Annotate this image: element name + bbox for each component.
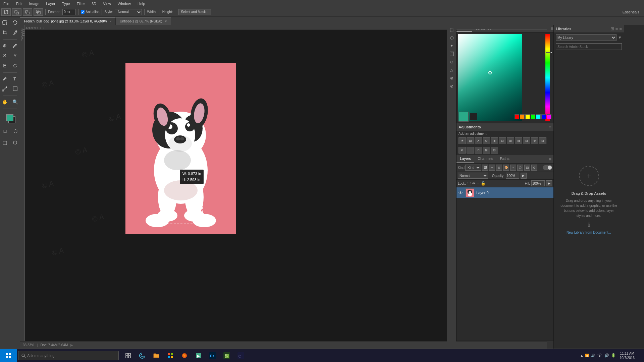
taskbar-app-1[interactable]: ▶ <box>192 349 205 362</box>
adjustments-header[interactable]: Adjustments ≡ <box>457 123 553 131</box>
tab-untitled[interactable]: Untitled-1 @ 66.7% (RGB/8) × <box>116 17 171 25</box>
layers-tab-paths[interactable]: Paths <box>497 155 513 163</box>
brush-tool[interactable] <box>10 41 20 50</box>
taskbar-search[interactable]: Ask me anything <box>18 351 119 360</box>
menu-filter[interactable]: Filter <box>73 1 88 6</box>
panel-icon-8[interactable]: ⊘ <box>448 82 455 90</box>
system-clock[interactable]: 11:11 AM 10/7/2016 <box>617 351 638 360</box>
foreground-color[interactable] <box>6 114 13 121</box>
blend-mode-select[interactable]: Normal Multiply Screen Overlay <box>458 173 488 179</box>
eyedropper-tool[interactable] <box>10 28 20 37</box>
panel-icon-7[interactable]: ⊗ <box>448 74 455 82</box>
firefox-btn[interactable] <box>178 349 191 362</box>
tab-close-1[interactable]: × <box>109 19 111 23</box>
tab-french-bull[interactable]: French_bull_dog_pone.jpg @ 33.3% (Layer … <box>20 17 116 25</box>
lock-image-pixels[interactable]: ✏ <box>472 181 476 186</box>
layer-filter-btn-8[interactable]: ⊙ <box>531 165 537 171</box>
layer-filter-btn-4[interactable]: 🎨 <box>503 165 509 171</box>
tray-icon-1[interactable]: 📶 <box>585 354 589 357</box>
color-panel-menu[interactable]: ≡ <box>551 26 553 31</box>
layers-tab-layers[interactable]: Layers <box>457 155 474 163</box>
style-select[interactable]: Normal Fixed Ratio Fixed Size <box>115 9 142 15</box>
foreground-swatch[interactable] <box>459 112 469 122</box>
adjustments-menu[interactable]: ≡ <box>549 124 551 130</box>
swatch-green[interactable] <box>531 114 535 119</box>
zoom-tool[interactable]: 🔍 <box>10 98 20 106</box>
libraries-grid-view[interactable]: ⊞ <box>610 26 614 31</box>
panel-icon-5[interactable]: ⊙ <box>448 58 455 66</box>
layer-filter-btn-3[interactable]: ⊕ <box>496 165 502 171</box>
taskbar-app-ps[interactable]: Ps <box>206 349 219 362</box>
quickmask-mode-btn[interactable]: ⬡ <box>10 127 20 135</box>
layer-filter-toggle[interactable] <box>543 165 552 170</box>
windows-store-btn[interactable] <box>164 349 177 362</box>
layer-thumbnail[interactable] <box>466 188 474 197</box>
extras-btn[interactable]: ⬡ <box>10 138 20 147</box>
hand-tool[interactable]: ✋ <box>0 98 10 106</box>
swatch-cyan[interactable] <box>536 114 541 119</box>
menu-type[interactable]: Type <box>59 1 73 6</box>
standard-mode-btn[interactable]: □ <box>0 127 10 135</box>
shape-tool[interactable] <box>10 84 20 93</box>
taskbar-app-3[interactable]: ⬡ <box>234 349 248 362</box>
background-swatch[interactable] <box>470 113 477 120</box>
layer-filter-btn-2[interactable]: ✏ <box>489 165 495 171</box>
layer-visibility-toggle[interactable]: 👁 <box>459 190 463 195</box>
lock-all[interactable]: 🔒 <box>481 181 486 186</box>
lasso-tool[interactable] <box>10 18 20 27</box>
photo-filter-adj[interactable]: ⊡ <box>523 137 530 144</box>
history-brush-tool[interactable]: Y <box>10 51 20 60</box>
anti-alias-checkbox[interactable] <box>81 10 85 14</box>
lock-transparent-pixels[interactable]: ⬚ <box>467 181 471 186</box>
swatch-blue[interactable] <box>541 114 546 119</box>
layer-filter-btn-6[interactable]: ⬡ <box>517 165 523 171</box>
library-search-input[interactable] <box>556 43 622 50</box>
select-mask-button[interactable]: Select and Mask... <box>178 9 211 15</box>
fill-arrow[interactable]: ▶ <box>546 180 552 186</box>
layer-filter-btn-1[interactable]: 🖼 <box>482 165 488 171</box>
menu-file[interactable]: File <box>0 1 13 6</box>
taskbar-app-2[interactable]: 💹 <box>220 349 233 362</box>
healing-brush-tool[interactable]: ⊕ <box>0 41 10 50</box>
menu-image[interactable]: Image <box>26 1 43 6</box>
panel-icon-1[interactable]: ⬚ <box>448 26 455 34</box>
new-selection-btn[interactable] <box>1 8 11 16</box>
panel-icon-2[interactable]: ⬡ <box>448 34 455 42</box>
subtract-selection-btn[interactable] <box>23 8 32 16</box>
hue-bar[interactable] <box>545 34 550 121</box>
threshold-adj[interactable]: ⊓ <box>475 147 482 154</box>
screen-mode-btn[interactable]: ⬚ <box>0 138 10 147</box>
gradient-map-adj[interactable]: ⊠ <box>483 147 490 154</box>
rectangular-marquee-tool[interactable] <box>0 18 10 27</box>
fill-input[interactable] <box>531 180 545 186</box>
curves-adj[interactable]: ↗ <box>475 137 482 144</box>
levels-adj[interactable]: ▤ <box>467 137 474 144</box>
panel-icon-3[interactable]: ✦ <box>448 42 455 50</box>
volume-icon[interactable]: 🔊 <box>604 353 609 358</box>
gradient-tool[interactable]: G <box>10 61 20 70</box>
eraser-tool[interactable]: E <box>0 61 10 70</box>
color-lookup-adj[interactable]: ⊟ <box>539 137 546 144</box>
invert-adj[interactable]: ⊖ <box>459 147 466 154</box>
lock-position[interactable]: + <box>477 181 479 186</box>
pen-tool[interactable] <box>0 74 10 83</box>
opacity-input[interactable] <box>506 173 519 179</box>
battery-icon[interactable]: 🔋 <box>611 353 616 358</box>
show-hidden-icons[interactable]: ▲ <box>580 354 584 357</box>
selective-color-adj[interactable]: ⊡ <box>491 147 498 154</box>
menu-3d[interactable]: 3D <box>88 1 100 6</box>
crop-tool[interactable] <box>0 28 10 37</box>
path-selection-tool[interactable] <box>0 84 10 93</box>
brightness-contrast-adj[interactable]: ☀ <box>459 137 466 144</box>
library-expand-btn[interactable]: ▼ <box>618 35 622 40</box>
add-selection-btn[interactable] <box>12 8 21 16</box>
feather-input[interactable] <box>62 9 76 15</box>
file-explorer-btn[interactable] <box>150 349 163 362</box>
opacity-arrow[interactable]: ▶ <box>521 173 527 179</box>
text-tool[interactable]: T <box>10 74 20 83</box>
clone-stamp-tool[interactable]: S <box>0 51 10 60</box>
swatch-red[interactable] <box>515 114 519 119</box>
layer-row-0[interactable]: 👁 Layer 0 <box>457 187 553 198</box>
menu-layer[interactable]: Layer <box>43 1 59 6</box>
menu-view[interactable]: View <box>100 1 114 6</box>
